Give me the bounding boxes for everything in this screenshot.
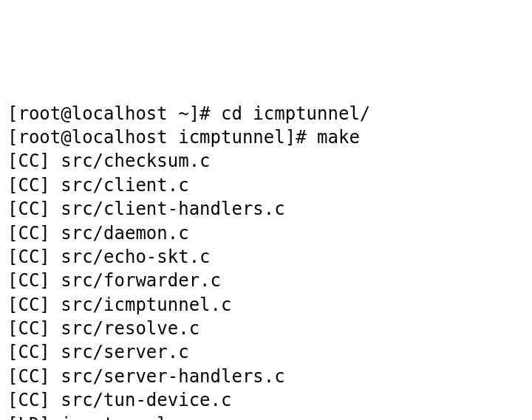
terminal-output[interactable]: [root@localhost ~]# cd icmptunnel/[root@… <box>7 102 525 420</box>
terminal-line: [CC] src/resolve.c <box>7 317 525 340</box>
line-prefix: [root@localhost ~]# <box>7 103 211 124</box>
line-prefix: [CC] <box>7 223 50 244</box>
line-text: cd icmptunnel/ <box>211 103 371 124</box>
terminal-line: [CC] src/server.c <box>7 340 525 364</box>
line-prefix: [CC] <box>7 390 50 410</box>
line-text: src/checksum.c <box>50 151 211 171</box>
line-text: icmptunnel <box>50 414 168 420</box>
line-prefix: [CC] <box>7 366 50 387</box>
line-prefix: [CC] <box>7 175 50 196</box>
terminal-line: [CC] src/forwarder.c <box>7 269 525 292</box>
line-text: src/client.c <box>50 175 189 196</box>
line-prefix: [LD] <box>7 414 50 420</box>
line-prefix: [CC] <box>7 199 50 219</box>
line-prefix: [CC] <box>7 270 50 291</box>
terminal-line: [CC] src/client.c <box>7 173 525 197</box>
terminal-line: [CC] src/client-handlers.c <box>7 197 525 221</box>
line-text: src/resolve.c <box>50 318 200 339</box>
terminal-line: [LD] icmptunnel <box>7 413 525 420</box>
terminal-line: [CC] src/echo-skt.c <box>7 245 525 269</box>
terminal-line: [root@localhost ~]# cd icmptunnel/ <box>7 102 525 125</box>
terminal-line: [CC] src/checksum.c <box>7 149 525 173</box>
terminal-line: [CC] src/tun-device.c <box>7 388 525 412</box>
line-prefix: [root@localhost icmptunnel]# <box>7 127 307 148</box>
line-text: src/server.c <box>50 342 189 362</box>
line-text: src/tun-device.c <box>50 390 232 410</box>
terminal-line: [CC] src/server-handlers.c <box>7 365 525 388</box>
line-text: make <box>307 127 360 148</box>
line-prefix: [CC] <box>7 247 50 267</box>
line-text: src/icmptunnel.c <box>50 295 232 315</box>
line-text: src/forwarder.c <box>50 270 221 291</box>
terminal-line: [root@localhost icmptunnel]# make <box>7 125 525 149</box>
terminal-line: [CC] src/daemon.c <box>7 221 525 245</box>
line-text: src/client-handlers.c <box>50 199 285 219</box>
line-text: src/daemon.c <box>50 223 189 244</box>
line-text: src/server-handlers.c <box>50 366 285 387</box>
line-prefix: [CC] <box>7 318 50 339</box>
line-prefix: [CC] <box>7 342 50 362</box>
line-prefix: [CC] <box>7 295 50 315</box>
line-text: src/echo-skt.c <box>50 247 211 267</box>
line-prefix: [CC] <box>7 151 50 171</box>
terminal-line: [CC] src/icmptunnel.c <box>7 293 525 317</box>
